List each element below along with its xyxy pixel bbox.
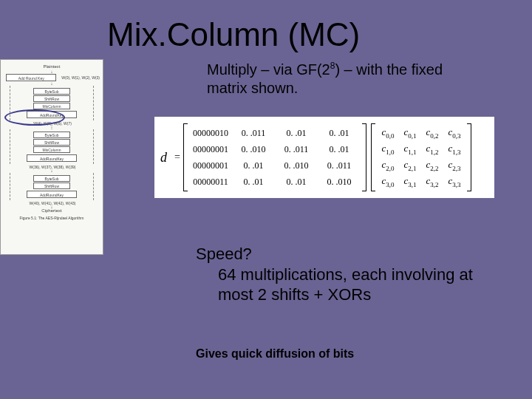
bracket-right-icon xyxy=(467,123,471,191)
matrix-cell: 0. .011 xyxy=(233,128,273,139)
speed-answer: 64 multiplications, each involving at mo… xyxy=(218,265,491,305)
matrix-cell: c2,3 xyxy=(445,159,464,172)
diagram-plaintext-label: Plaintext xyxy=(4,64,100,69)
diagram-shiftrow-box: ShiftRow xyxy=(33,95,70,102)
matrix-cell: 00000001 xyxy=(191,144,231,155)
diagram-caption: Figure 5.1: The AES-Rijndael Algorithm xyxy=(4,216,100,220)
matrix-cell: c0,3 xyxy=(445,126,464,140)
matrix-cell: c3,2 xyxy=(423,175,442,188)
matrix-cell: 0. .01 xyxy=(276,128,316,139)
matrix-cell: 0. .01 xyxy=(319,144,359,155)
matrix-cell: c1,2 xyxy=(423,143,442,156)
matrix-cell: 0. .01 xyxy=(233,177,273,188)
diagram-addroundkey-box: AddRoundKey xyxy=(27,111,77,118)
matrix-cell: c1,3 xyxy=(445,143,464,156)
matrix-cell: 0. .011 xyxy=(276,144,316,155)
matrix-cell: 0. .01 xyxy=(233,160,273,171)
diagram-mixcolumn-box: MixColumn xyxy=(33,146,70,153)
diagram-addroundkey-box: AddRoundKey xyxy=(27,191,77,198)
equals-sign: = xyxy=(174,151,180,163)
diagram-shiftrow-box: ShiftRow xyxy=(33,139,70,146)
speed-description: Speed? 64 multiplications, each involvin… xyxy=(196,244,491,305)
matrix-C: c0,0c0,1c0,2c0,3c1,0c1,1c1,2c1,3c2,0c2,1… xyxy=(371,123,471,191)
bracket-right-icon xyxy=(362,123,366,191)
matrix-cell: 0. .010 xyxy=(233,144,273,155)
matrix-cell: c0,0 xyxy=(378,126,398,140)
matrix-cell: 0. .011 xyxy=(319,160,359,171)
matrix-cell: 00000011 xyxy=(191,177,231,188)
diagram-bytesub-box: ByteSub xyxy=(33,132,70,138)
matrix-cell: 0. .01 xyxy=(319,128,359,139)
diagram-shiftrow-box: ShiftRow xyxy=(33,183,70,189)
arrow-icon: ⋮ xyxy=(4,126,100,129)
matrix-cell: c2,0 xyxy=(378,159,398,172)
diagram-bytesub-box: ByteSub xyxy=(33,88,70,95)
matrix-cell: 0. .010 xyxy=(276,160,316,171)
matrix-cell: 00000001 xyxy=(191,160,231,171)
matrix-cell: 00000010 xyxy=(191,128,231,139)
matrix-cell: c0,2 xyxy=(423,126,442,140)
matrix-equation: d = 000000100. .0110. .010. .01000000010… xyxy=(154,117,494,198)
aes-diagram: Plaintext ↓ Add Round Key W(0), W(1), W(… xyxy=(0,59,103,255)
matrix-A: 000000100. .0110. .010. .01000000010. .0… xyxy=(183,123,366,191)
desc1-prefix: Multiply – via GF(2 xyxy=(207,61,330,78)
matrix-cell: c0,1 xyxy=(400,126,420,140)
diffusion-note: Gives quick diffusion of bits xyxy=(196,347,354,361)
description-gf28: Multiply – via GF(28) – with the fixed m… xyxy=(207,61,473,98)
matrix-cell: c2,2 xyxy=(423,159,442,172)
speed-question: Speed? xyxy=(196,245,252,263)
arrow-icon: ↓ xyxy=(4,82,100,85)
matrix-cell: 0. .01 xyxy=(276,177,316,188)
matrix-d-var: d xyxy=(160,150,167,166)
matrix-cell: 0. .010 xyxy=(319,177,359,188)
matrix-cell: c3,0 xyxy=(378,175,398,188)
matrix-cell: c3,3 xyxy=(445,175,464,188)
matrix-cell: c3,1 xyxy=(400,175,420,188)
matrix-cell: c1,0 xyxy=(378,143,398,156)
diagram-mixcolumn-box: MixColumn xyxy=(33,103,70,109)
diagram-key0: W(0), W(1), W(2), W(3) xyxy=(61,75,100,80)
arrow-icon: ↓ xyxy=(4,169,100,172)
diagram-ciphertext-label: Ciphertext xyxy=(4,208,100,213)
matrix-cell: c2,1 xyxy=(400,159,420,172)
diagram-bytesub-box: ByteSub xyxy=(33,175,70,182)
matrix-cell: c1,1 xyxy=(400,143,420,156)
slide-title: Mix.Column (MC) xyxy=(107,16,360,53)
diagram-addroundkey-box: Add Round Key xyxy=(6,74,56,81)
diagram-addroundkey-box: AddRoundKey xyxy=(27,154,77,162)
